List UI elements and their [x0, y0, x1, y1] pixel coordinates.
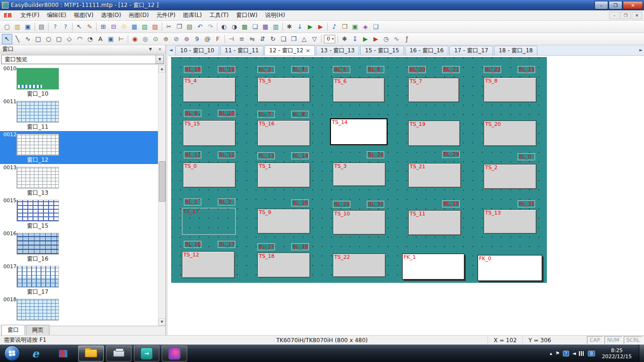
send-to-back-icon[interactable]: ▽ — [309, 34, 320, 44]
macro-manager-icon[interactable]: ▦ — [260, 22, 271, 32]
canvas-widget-BL_3[interactable]: BL_3 — [257, 66, 275, 73]
minimize-button[interactable]: – — [594, 1, 608, 9]
ellipse-tool-icon[interactable]: ○ — [43, 34, 54, 44]
canvas-widget-BL_2[interactable]: BL_2 — [218, 198, 235, 206]
canvas-widget-BL_22[interactable]: BL_22 — [484, 66, 501, 73]
canvas-widget-BL_10[interactable]: BL_10 — [218, 110, 235, 117]
picture-library-icon[interactable]: ▣ — [350, 22, 360, 32]
panel-tab-web[interactable]: 网页 — [26, 325, 50, 335]
canvas-widget-TS_20[interactable]: TS_20 — [484, 121, 537, 146]
tab-10---窗口_10[interactable]: 10 - 窗口_10 — [175, 46, 219, 55]
arc-tool-icon[interactable]: ◠ — [74, 34, 85, 44]
chevron-down-icon[interactable]: ▼ — [156, 55, 164, 64]
panel-close-icon[interactable]: × — [157, 47, 163, 51]
cut-icon[interactable]: ✂ — [164, 22, 174, 32]
mdi-minimize-button[interactable]: – — [609, 12, 619, 19]
address-grid-icon[interactable]: ▥ — [271, 22, 281, 32]
window-list-item-0017[interactable]: 0017窗口_17 — [0, 263, 158, 296]
canvas-widget-TS_18[interactable]: TS_18 — [257, 253, 310, 278]
state-combo[interactable]: 0▾ — [324, 35, 335, 43]
hmi-canvas[interactable]: BL_18BL_19BL_3BL_4BL_5BL_6BL_20BL_21BL_2… — [171, 57, 547, 283]
close-window-icon[interactable]: ▨ — [150, 22, 160, 32]
rect-tool-icon[interactable]: □ — [33, 34, 43, 44]
window-list-icon[interactable]: ▦ — [129, 22, 140, 32]
trend-icon-icon[interactable]: ∿ — [391, 34, 402, 44]
canvas-widget-TS_19[interactable]: TS_19 — [408, 121, 460, 146]
canvas-widget-TS_9[interactable]: TS_9 — [257, 209, 310, 234]
canvas-widget-TS_3[interactable]: TS_3 — [333, 163, 386, 186]
polygon-tool-icon[interactable]: ◇ — [64, 34, 74, 44]
text-tool-icon[interactable]: A — [95, 34, 106, 44]
taskbar-app-windows-explorer[interactable] — [78, 346, 104, 362]
word-lamp-icon[interactable]: ◎ — [140, 34, 150, 44]
menu-item-画图(D)[interactable]: 画图(D) — [125, 10, 153, 20]
flip-horizontal-icon[interactable]: ⇋ — [247, 34, 257, 44]
round-rect-tool-icon[interactable]: ▢ — [54, 34, 64, 44]
scale-tool-icon[interactable]: ⊢ — [116, 34, 126, 44]
bring-to-front-icon[interactable]: △ — [299, 34, 309, 44]
canvas-widget-TS_4[interactable]: TS_4 — [183, 77, 236, 102]
canvas-widget-TS_10[interactable]: TS_10 — [333, 210, 386, 235]
copy-icon[interactable]: ❐ — [174, 22, 184, 32]
hidden-icons-icon[interactable]: ▴ — [550, 351, 552, 356]
canvas-widget-BL_5[interactable]: BL_5 — [333, 66, 350, 73]
simulate-online-icon[interactable]: ▶ — [315, 22, 326, 32]
canvas-widget-BL_9[interactable]: BL_9 — [184, 110, 201, 117]
compile-icon[interactable]: ✱ — [284, 22, 295, 32]
redo-icon[interactable]: ↷ — [205, 22, 215, 32]
align-left-icon[interactable]: ⊣ — [226, 34, 237, 44]
window-list-item-0012[interactable]: 0012窗口_12 — [0, 131, 158, 164]
shape-library-icon[interactable]: ◈ — [360, 22, 371, 32]
numeric-input-icon[interactable]: 9 — [192, 34, 202, 44]
canvas-widget-BL_7[interactable]: BL_7 — [257, 111, 275, 118]
canvas-widget-TS_15[interactable]: TS_15 — [183, 120, 236, 146]
window-list-item-0016[interactable]: 0016窗口_16 — [0, 230, 158, 263]
pointer-tool-icon[interactable]: ↖ — [2, 34, 12, 44]
set-bit-icon[interactable]: ⊙ — [150, 34, 161, 44]
menu-item-元件(P)[interactable]: 元件(P) — [153, 10, 180, 20]
taskbar-clock[interactable]: 8:25 2022/12/15 — [602, 347, 632, 360]
picture-tool-icon[interactable]: ▣ — [106, 34, 116, 44]
canvas-widget-BL_12[interactable]: BL_12 — [218, 151, 235, 158]
window-list-item-0013[interactable]: 0013窗口_13 — [0, 164, 158, 197]
close-button[interactable]: ✕ — [623, 1, 643, 9]
canvas-widget-BL_8[interactable]: BL_8 — [291, 111, 309, 118]
ungroup-icon[interactable]: ❒ — [289, 34, 299, 44]
select-tool-icon[interactable]: ↖ — [74, 22, 84, 32]
canvas-widget-BL_19[interactable]: BL_19 — [218, 66, 235, 73]
grid-toggle-icon[interactable]: ⊞ — [98, 22, 108, 32]
canvas-widget-BL_30[interactable]: BL_30 — [367, 201, 384, 208]
new-icon[interactable]: ▢ — [2, 22, 12, 32]
download-project-icon[interactable]: ↧ — [350, 34, 360, 44]
window-preview-combo[interactable]: 窗口预览 ▼ — [1, 55, 164, 64]
help-center-icon[interactable]: ? — [563, 351, 569, 356]
window-cascade-icon[interactable]: ❏ — [250, 22, 260, 32]
menu-item-编辑(E)[interactable]: 编辑(E) — [43, 10, 70, 20]
mdi-restore-button[interactable]: ❐ — [620, 12, 631, 19]
canvas-widget-BL_23[interactable]: BL_23 — [518, 66, 535, 73]
canvas-widget-TS_11[interactable]: TS_11 — [408, 210, 461, 235]
canvas-widget-BL_28[interactable]: BL_28 — [291, 243, 309, 250]
canvas-widget-TS_0[interactable]: TS_0 — [183, 163, 236, 188]
taskbar-app-internet-explorer[interactable]: e — [23, 346, 48, 362]
macro-icon-icon[interactable]: ƒ — [402, 34, 412, 44]
window-list-item-0010[interactable]: 0010窗口_10 — [0, 65, 158, 98]
pie-tool-icon[interactable]: ◔ — [85, 34, 95, 44]
canvas-widget-TS_16[interactable]: TS_16 — [257, 120, 310, 146]
snap-grid-icon[interactable]: ⊟ — [108, 22, 119, 32]
tab-13---窗口_13[interactable]: 13 - 窗口_13 — [316, 46, 360, 55]
state-0-icon[interactable]: ◐ — [219, 22, 229, 32]
taskbar-app-image-editor[interactable] — [162, 346, 187, 362]
mdi-close-button[interactable]: ✕ — [632, 12, 642, 19]
menu-item-说明(H)[interactable]: 说明(H) — [261, 10, 289, 20]
notification-flag-icon[interactable]: ⚑ — [555, 351, 560, 356]
canvas-widget-TS_17[interactable]: TS_17 — [182, 208, 236, 235]
on-line-sim-icon[interactable]: ▶ — [371, 34, 381, 44]
context-help-icon[interactable]: ? — [60, 22, 71, 32]
tab-scroll-left-icon[interactable]: ◄ — [169, 48, 173, 52]
scrollbar-track[interactable] — [158, 73, 165, 318]
canvas-widget-BL_29[interactable]: BL_29 — [442, 151, 460, 158]
canvas-widget-BL_13[interactable]: BL_13 — [257, 152, 275, 159]
canvas-widget-TS_6[interactable]: TS_6 — [333, 78, 385, 102]
label-library-icon[interactable]: ❑ — [371, 22, 381, 32]
